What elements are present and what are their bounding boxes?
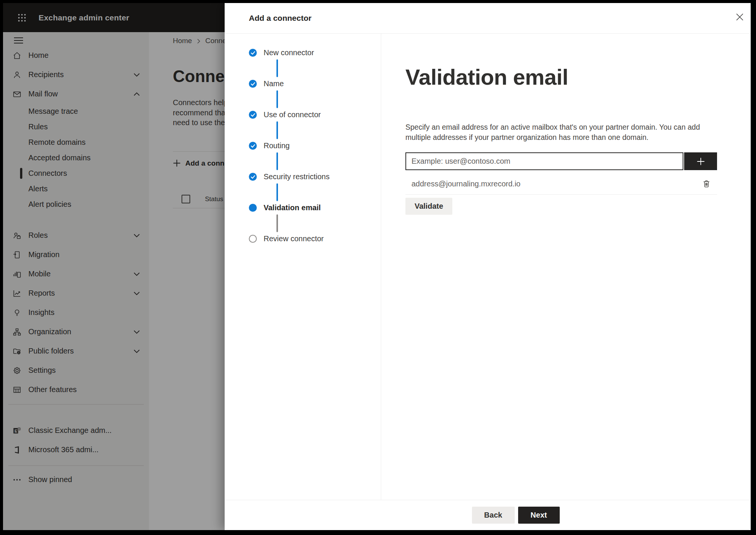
step-validation-email: Validation email [249, 204, 381, 212]
step-name: Name [249, 80, 381, 88]
app-window: Exchange admin center Home [3, 3, 751, 530]
added-address: address@journaling.mxrecord.io [411, 180, 520, 188]
step-routing: Routing [249, 142, 381, 150]
panel-title: Add a connector [249, 14, 312, 23]
add-connector-panel: Add a connector New connector [225, 3, 751, 530]
add-email-button[interactable] [684, 152, 717, 170]
step-connector [276, 183, 278, 201]
added-address-row: address@journaling.mxrecord.io [405, 173, 717, 195]
plus-icon [696, 157, 705, 166]
step-connector [276, 214, 278, 232]
validate-button[interactable]: Validate [405, 198, 452, 215]
step-upcoming-icon [249, 235, 257, 243]
step-current-icon [249, 204, 257, 212]
step-complete-icon [249, 111, 257, 119]
delete-address-button[interactable] [702, 179, 711, 188]
next-button[interactable]: Next [518, 507, 560, 524]
step-complete-icon [249, 80, 257, 88]
wizard-steps: New connector Name Use of connector [225, 34, 381, 500]
trash-icon [702, 179, 711, 188]
email-input[interactable] [405, 152, 683, 170]
step-label: Routing [264, 141, 290, 150]
step-complete-icon [249, 49, 257, 57]
step-complete-icon [249, 142, 257, 150]
step-connector [276, 152, 278, 170]
close-icon [736, 13, 744, 21]
step-label: Use of connector [264, 110, 321, 119]
email-input-row [405, 152, 717, 170]
step-complete-icon [249, 173, 257, 181]
step-label: New connector [264, 48, 314, 57]
validation-email-step: Validation email Specify an email addres… [381, 34, 751, 500]
step-connector [276, 90, 278, 108]
step-label: Review connector [264, 234, 324, 243]
step-security-restrictions: Security restrictions [249, 173, 381, 181]
step-label: Name [264, 79, 284, 88]
step-label: Security restrictions [264, 172, 330, 181]
close-button[interactable] [733, 11, 746, 23]
panel-footer: Back Next [225, 500, 751, 530]
step-connector [276, 59, 278, 77]
step-description: Specify an email address for an active m… [405, 122, 712, 143]
panel-header: Add a connector [225, 3, 751, 34]
step-heading: Validation email [405, 65, 717, 90]
step-review-connector: Review connector [249, 235, 381, 243]
step-new-connector: New connector [249, 49, 381, 57]
step-label: Validation email [264, 203, 321, 212]
step-use-of-connector: Use of connector [249, 111, 381, 119]
step-connector [276, 121, 278, 139]
back-button[interactable]: Back [472, 507, 515, 524]
